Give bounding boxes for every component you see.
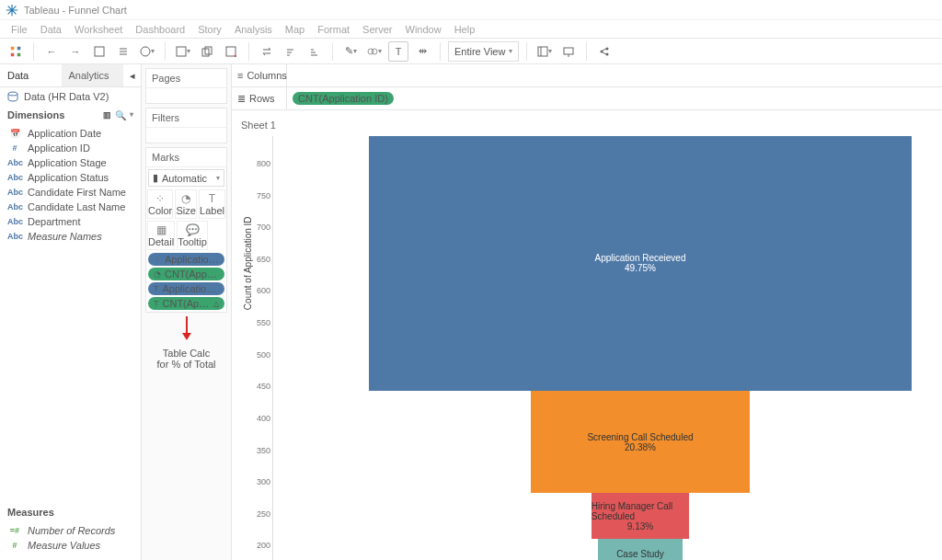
dimensions-header: Dimensions ▥ 🔍 ▾ [0,106,141,124]
field-application-date[interactable]: 📅Application Date [0,126,141,141]
menu-dashboard[interactable]: Dashboard [130,24,190,35]
field-number-records[interactable]: =#Number of Records [0,523,141,538]
field-measure-names[interactable]: AbcMeasure Names [0,229,141,244]
field-label: Application Stage [28,157,107,168]
new-datasource-icon[interactable] [113,41,133,62]
save-icon[interactable] [89,41,109,62]
dimensions-list: 📅Application Date #Application ID AbcApp… [0,124,141,246]
y-tick-label: 300 [248,477,270,486]
clear-icon[interactable] [221,41,241,62]
presentation-icon[interactable] [558,41,579,62]
redo-icon[interactable]: → [65,41,86,62]
pause-icon[interactable]: ▾ [137,41,157,62]
color-icon: ⁘ [155,192,165,205]
segment-label: Case Study [616,549,664,559]
sort-asc-icon[interactable] [281,41,301,62]
funnel-segment[interactable]: Hiring Manager Call Scheduled9.13% [592,493,689,539]
swap-icon[interactable] [257,41,277,62]
funnel-segment[interactable]: Screening Call Scheduled20.38% [531,391,750,493]
newsheet-icon[interactable]: ▾ [173,41,193,62]
find-icon[interactable]: 🔍 [115,110,126,120]
pill-text: Application St.. [165,254,219,265]
worksheet: ≡Columns ≣Rows CNT(Application ID) Sheet… [232,64,942,560]
marks-detail[interactable]: ▦Detail [147,221,175,250]
svg-rect-14 [564,48,573,54]
group-icon[interactable]: ▾ [364,41,385,62]
duplicate-icon[interactable] [197,41,217,62]
fit-dropdown[interactable]: Entire View▾ [448,41,519,62]
field-last-name[interactable]: AbcCandidate Last Name [0,200,141,214]
menu-story[interactable]: Story [192,24,227,35]
menu-icon[interactable]: ▾ [130,110,133,120]
field-application-stage[interactable]: AbcApplication Stage [0,155,141,170]
segment-label: Application Receieved [595,253,686,263]
columns-icon: ≡ [237,70,243,81]
data-pane: Data Analytics ◂ Data (HR Data V2) Dimen… [0,64,142,560]
view-as-icon[interactable]: ▥ [103,110,111,120]
sort-desc-icon[interactable] [304,41,325,62]
start-icon[interactable] [6,41,26,62]
highlight-icon[interactable]: ✎▾ [340,41,361,62]
menu-data[interactable]: Data [35,24,67,35]
field-label: Measure Values [28,540,100,551]
funnel-segment[interactable]: Case Study7.75% [598,539,683,560]
sheet-title[interactable]: Sheet 1 [239,118,935,136]
menu-server[interactable]: Server [357,24,397,35]
svg-rect-0 [11,46,15,50]
abc-icon: Abc [7,158,22,167]
datasource-row[interactable]: Data (HR Data V2) [0,87,141,106]
menu-file[interactable]: File [6,24,33,35]
funnel-chart[interactable]: Count of Application ID 1502002503003504… [272,136,935,560]
field-application-id[interactable]: #Application ID [0,141,141,155]
marks-color[interactable]: ⁘Color [147,189,173,219]
size-icon: ◔ [181,192,190,205]
mcell-label: Tooltip [178,236,207,247]
shelves: ≡Columns ≣Rows CNT(Application ID) [232,64,942,110]
y-axis-line [272,136,273,560]
pill-label-appstage[interactable]: TApplication St.. [148,282,224,295]
menu-analysis[interactable]: Analysis [229,24,278,35]
rows-shelf[interactable]: ≣Rows CNT(Application ID) [232,87,942,110]
pill-label-cnt-tablecalc[interactable]: TCNT(Applic..△ [148,297,224,310]
abc-icon: Abc [7,202,22,211]
field-application-status[interactable]: AbcApplication Status [0,170,141,185]
field-first-name[interactable]: AbcCandidate First Name [0,185,141,200]
marks-type-dropdown[interactable]: ▮Automatic ▾ [148,169,224,187]
rows-dropzone[interactable]: CNT(Application ID) [287,90,942,107]
detail-icon: ▦ [156,223,167,236]
menu-worksheet[interactable]: Worksheet [69,24,128,35]
pill-color-appstage[interactable]: ⁘Application St.. [148,253,224,266]
marks-tooltip[interactable]: 💬Tooltip [177,221,208,250]
segment-label: Screening Call Scheduled [587,432,693,442]
label-icon: T [154,299,159,308]
field-label: Department [28,216,80,227]
filters-card[interactable]: Filters [145,108,227,143]
showhide-cards-icon[interactable]: ▾ [534,41,555,62]
cards-column: Pages Filters Marks ▮Automatic ▾ ⁘Color … [142,64,232,560]
abc-icon: Abc [7,217,22,226]
menu-map[interactable]: Map [280,24,310,35]
annotation-text: Table Calc for % of Total [145,344,227,373]
collapse-icon[interactable]: ◂ [122,64,141,86]
menu-window[interactable]: Window [400,24,447,35]
svg-rect-2 [11,52,15,56]
pill-rows-cnt[interactable]: CNT(Application ID) [293,92,394,105]
svg-point-5 [141,47,150,56]
field-department[interactable]: AbcDepartment [0,214,141,229]
field-measure-values[interactable]: #Measure Values [0,538,141,553]
segment-percent: 9.13% [627,521,653,531]
funnel-segment[interactable]: Application Receieved49.75% [369,136,912,391]
share-icon[interactable] [594,41,615,62]
columns-shelf[interactable]: ≡Columns [232,64,942,87]
tab-data[interactable]: Data [0,64,62,86]
pages-card[interactable]: Pages [145,68,227,104]
marks-label[interactable]: TLabel [199,189,225,219]
marks-size[interactable]: ◔Size [175,189,197,219]
labels-icon[interactable]: T [388,41,408,62]
menu-format[interactable]: Format [312,24,355,35]
pill-size-cnt[interactable]: ◔CNT(Applicati.. [148,268,224,280]
undo-icon[interactable]: ← [41,41,62,62]
menu-help[interactable]: Help [449,24,481,35]
fix-axes-icon[interactable]: ⇹ [412,41,432,62]
tab-analytics[interactable]: Analytics [62,64,123,86]
